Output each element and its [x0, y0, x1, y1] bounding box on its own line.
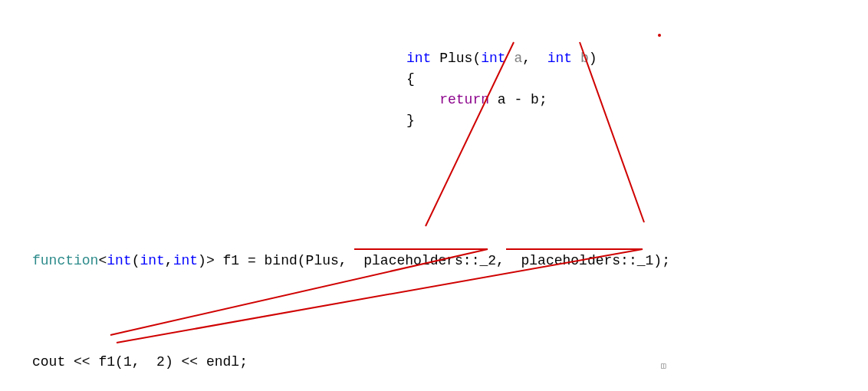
comma: ,: [165, 253, 173, 268]
cout: cout: [32, 354, 65, 370]
rparen: ): [165, 354, 173, 370]
lparen: (: [115, 354, 123, 370]
semicolon: ;: [662, 253, 670, 268]
keyword-int: int: [481, 51, 505, 66]
lparen: (: [132, 253, 140, 268]
lshift: <<: [74, 354, 90, 370]
keyword-function: function: [32, 253, 98, 268]
lparen: (: [298, 253, 306, 268]
rbrace: }: [406, 113, 415, 128]
comma: ,: [496, 253, 505, 268]
lbrace: {: [406, 71, 415, 87]
eq: =: [248, 253, 256, 268]
keyword-int: int: [547, 51, 572, 66]
arg-2: 2: [156, 354, 165, 370]
red-dot-icon: [658, 34, 661, 37]
rparen: ): [198, 253, 206, 268]
bind-line: function<int(int,int)> f1 = bind(Plus, p…: [32, 230, 670, 271]
gt: >: [206, 253, 215, 268]
arg-1: 1: [123, 354, 132, 370]
function-name: Plus: [439, 51, 472, 66]
lt: <: [98, 253, 107, 268]
minus: -: [514, 92, 522, 107]
function-definition: int Plus(int a, int b) { return a - b; }: [406, 28, 597, 131]
comma: ,: [339, 253, 347, 268]
lshift: <<: [182, 354, 199, 370]
comma: ,: [522, 51, 531, 66]
var-f1: f1: [223, 253, 240, 268]
expr-b: b: [531, 92, 539, 107]
rparen: ): [589, 51, 597, 66]
semicolon: ;: [239, 354, 248, 370]
f1-call: f1: [98, 354, 115, 370]
rparen: ): [653, 253, 662, 268]
comma: ,: [132, 354, 140, 370]
lparen: (: [472, 51, 481, 66]
placeholder-1: placeholders::_1: [521, 253, 653, 268]
semicolon: ;: [539, 92, 547, 107]
endl: endl: [206, 354, 239, 370]
keyword-int: int: [173, 253, 198, 268]
cout-line: cout << f1(1, 2) << endl;: [32, 331, 248, 373]
paragraph-marker-icon: ◫: [661, 361, 666, 370]
keyword-return: return: [439, 92, 489, 107]
placeholder-2: placeholders::_2: [363, 253, 496, 268]
plus-ref: Plus: [306, 253, 339, 268]
bind-call: bind: [265, 253, 298, 268]
keyword-int: int: [107, 253, 131, 268]
keyword-int: int: [406, 51, 431, 66]
param-a: a: [514, 51, 522, 66]
expr-a: a: [498, 92, 506, 107]
keyword-int: int: [140, 253, 164, 268]
param-b: b: [580, 51, 589, 66]
